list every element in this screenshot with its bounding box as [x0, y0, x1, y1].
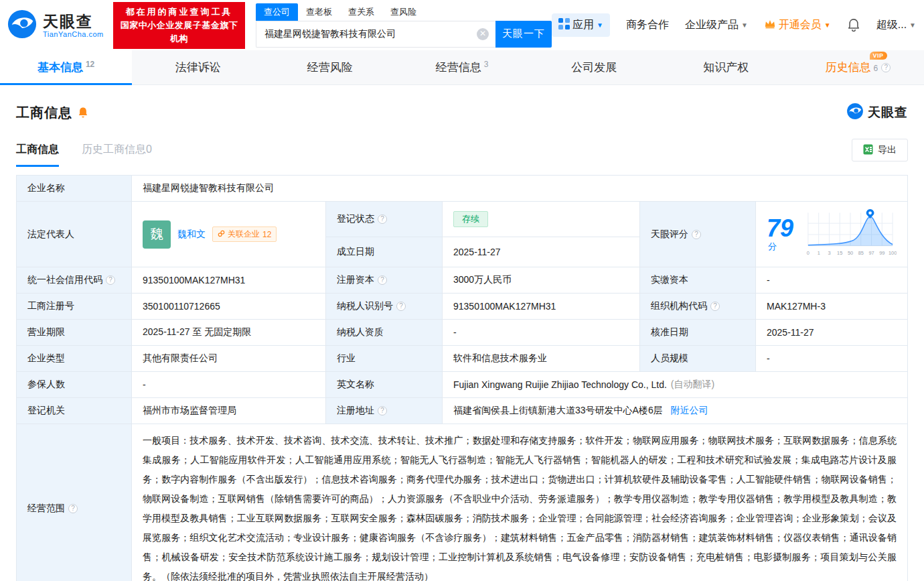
nav-super-vip-label: 超级... [876, 18, 907, 32]
export-button[interactable]: 导出 [852, 139, 908, 162]
help-icon[interactable]: ? [692, 230, 701, 239]
svg-text:100: 100 [889, 250, 897, 256]
tab-operation-info[interactable]: 经营信息 3 [396, 50, 528, 84]
reg-authority-value: 福州市市场监督管理局 [132, 398, 326, 424]
table-row: 工商注册号 350100110712665 纳税人识别号? 91350100MA… [17, 294, 908, 320]
chevron-down-icon: ▼ [741, 21, 748, 29]
subtab-history-count: 0 [146, 143, 152, 155]
org-code-value: MAK127MH-3 [756, 294, 908, 320]
legal-rep-avatar[interactable]: 魏 [143, 220, 171, 249]
section-header: 工商信息 天眼查 [16, 103, 908, 123]
nav-business-cooperation[interactable]: 商务合作 [626, 18, 669, 32]
table-row: 法定代表人 魏 魏和文 关联企业 12 [17, 202, 908, 237]
notification-bell-icon[interactable] [847, 18, 860, 32]
help-icon[interactable]: ? [396, 302, 406, 311]
subtab-business-info[interactable]: 工商信息 [16, 143, 59, 167]
industry-value: 软件和信息技术服务业 [443, 346, 640, 372]
search-tab-risk[interactable]: 查风险 [382, 3, 425, 21]
detail-tab-bar: 基本信息 12 法律诉讼 经营风险 经营信息 3 公司发展 知识产权 历史信息 … [0, 50, 924, 85]
nav-apps[interactable]: 应用 ▼ [552, 13, 610, 37]
tianyan-score-cell[interactable]: 79分 [756, 202, 908, 267]
tab-basic-info[interactable]: 基本信息 12 [0, 50, 132, 84]
business-term-value: 2025-11-27 至 无固定期限 [132, 320, 326, 346]
tab-company-development[interactable]: 公司发展 [528, 50, 660, 84]
tab-label: 经营信息 [436, 60, 481, 75]
help-icon[interactable]: ? [378, 406, 387, 415]
tab-intellectual-property[interactable]: 知识产权 [660, 50, 792, 84]
approval-date-label: 核准日期 [640, 320, 756, 346]
excel-icon [863, 144, 873, 157]
business-scope-label: 经营范围? [17, 424, 132, 581]
reg-address-cell: 福建省闽侯县上街镇新港大道33号研发中心A楼6层 附近公司 [443, 398, 908, 424]
tab-label: 历史信息 [826, 60, 871, 75]
svg-text:99: 99 [879, 250, 884, 256]
nav-enterprise-products[interactable]: 企业级产品 ▼ [685, 18, 748, 32]
approval-date-value: 2025-11-27 [756, 320, 908, 346]
staff-size-label: 人员规模 [640, 346, 756, 372]
score-distribution-chart: 0 1 3 15 50 85 97 99 100 [804, 208, 897, 260]
search-input[interactable] [256, 21, 495, 48]
table-row: 登记机关 福州市市场监督管理局 注册地址? 福建省闽侯县上街镇新港大道33号研发… [17, 398, 908, 424]
top-header: 天眼查 TianYanCha.com 都在用的商业查询工具 国家中小企业发展子基… [0, 0, 924, 50]
search-button[interactable]: 天眼一下 [495, 21, 552, 48]
tab-history-info[interactable]: 历史信息 VIP 6 ? [792, 50, 924, 84]
company-type-value: 其他有限责任公司 [132, 346, 326, 372]
table-row: 企业名称 福建星网锐捷智教科技有限公司 [17, 176, 908, 202]
tab-label: 知识产权 [703, 60, 749, 75]
reg-address-label: 注册地址? [326, 398, 443, 424]
credit-code-label: 统一社会信用代码? [17, 267, 132, 294]
nearby-companies-link[interactable]: 附近公司 [671, 405, 708, 415]
paid-capital-value: - [756, 267, 908, 294]
reg-number-value: 350100110712665 [132, 294, 326, 320]
taxpayer-id-value: 91350100MAK127MH31 [443, 294, 640, 320]
related-companies-badge[interactable]: 关联企业 12 [212, 227, 277, 242]
subscribe-bell-icon[interactable] [78, 107, 88, 119]
industry-label: 行业 [326, 346, 443, 372]
brand-slogan: 都在用的商业查询工具 国家中小企业发展子基金旗下机构 [113, 2, 245, 49]
help-icon[interactable]: ? [378, 214, 387, 224]
legal-rep-name-link[interactable]: 魏和文 [177, 229, 206, 241]
clear-search-icon[interactable]: ✕ [477, 28, 489, 40]
help-icon[interactable]: ? [881, 63, 891, 72]
status-badge: 存续 [453, 211, 488, 227]
org-code-label: 组织机构代码? [640, 294, 756, 320]
tab-operation-risk[interactable]: 经营风险 [264, 50, 396, 84]
export-label: 导出 [878, 144, 897, 156]
tab-legal-litigation[interactable]: 法律诉讼 [132, 50, 264, 84]
link-icon [218, 230, 225, 239]
svg-text:50: 50 [848, 250, 853, 256]
svg-text:3: 3 [828, 250, 830, 256]
search-tab-boss[interactable]: 查老板 [298, 3, 340, 21]
reg-capital-label: 注册资本? [326, 267, 443, 294]
watermark-brand: 天眼查 [868, 104, 908, 121]
main-content: 工商信息 天眼查 工商信息 历史工商信息0 [0, 103, 924, 581]
help-icon[interactable]: ? [710, 302, 720, 311]
paid-capital-label: 实缴资本 [640, 267, 756, 294]
crown-icon [764, 19, 776, 31]
search-tab-company[interactable]: 查公司 [256, 3, 298, 21]
subtab-history-label: 历史工商信息 [82, 143, 146, 155]
nav-super-vip[interactable]: 超级... ▼ [876, 18, 916, 32]
subtab-history-business-info[interactable]: 历史工商信息0 [82, 143, 152, 167]
taxpayer-id-label: 纳税人识别号? [326, 294, 443, 320]
svg-text:97: 97 [868, 250, 874, 256]
svg-text:0: 0 [807, 250, 810, 256]
logo-text: 天眼查 TianYanCha.com [43, 13, 104, 38]
help-icon[interactable]: ? [68, 504, 78, 513]
search-box: ✕ 天眼一下 [256, 21, 552, 48]
related-companies-count: 12 [262, 230, 271, 239]
help-icon[interactable]: ? [378, 275, 387, 285]
chevron-down-icon: ▼ [597, 21, 603, 29]
nav-open-vip[interactable]: 开通会员 ▼ [764, 18, 831, 32]
table-row: 企业类型 其他有限责任公司 行业 软件和信息技术服务业 人员规模 - [17, 346, 908, 372]
taxpayer-qualification-label: 纳税人资质 [326, 320, 443, 346]
legal-rep-cell: 魏 魏和文 关联企业 12 [132, 202, 326, 267]
tianyancha-logo[interactable]: 天眼查 TianYanCha.com [7, 9, 104, 42]
help-icon[interactable]: ? [106, 275, 115, 285]
tab-label: 法律诉讼 [175, 60, 221, 75]
tab-count: 12 [86, 60, 94, 69]
business-term-label: 营业期限 [17, 320, 132, 346]
search-tab-relation[interactable]: 查关系 [340, 3, 382, 21]
chevron-down-icon: ▼ [824, 21, 831, 29]
insured-count-value: - [132, 372, 326, 398]
